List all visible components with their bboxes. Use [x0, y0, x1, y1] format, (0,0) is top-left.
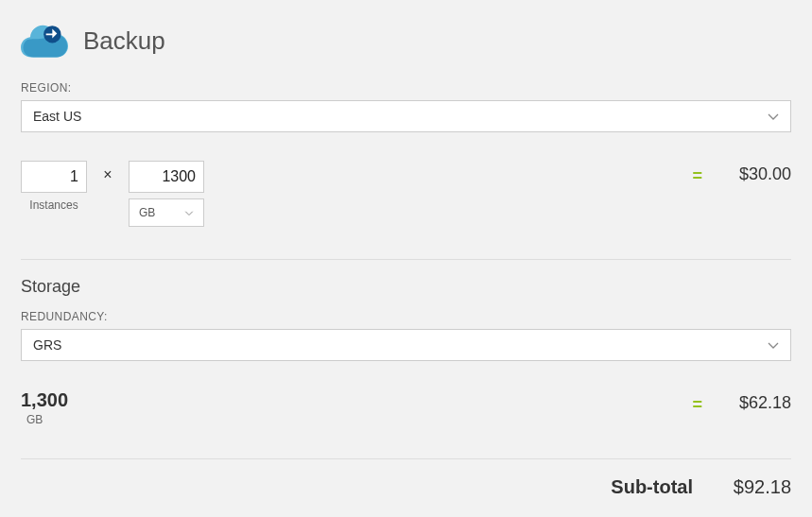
redundancy-value: GRS	[33, 337, 61, 353]
storage-title: Storage	[21, 277, 791, 297]
size-input[interactable]	[129, 161, 204, 193]
subtotal-value: $92.18	[725, 476, 791, 498]
calc-price: $30.00	[725, 161, 791, 184]
region-select[interactable]: East US	[21, 100, 791, 132]
divider	[21, 259, 791, 260]
redundancy-label: Redundancy:	[21, 310, 791, 323]
page-header: Backup	[21, 21, 791, 60]
chevron-down-icon	[768, 109, 779, 124]
instances-input[interactable]	[21, 161, 87, 193]
subtotal-label: Sub-total	[611, 476, 693, 498]
instances-label: Instances	[29, 198, 78, 212]
chevron-down-icon	[768, 337, 779, 353]
redundancy-select[interactable]: GRS	[21, 329, 791, 361]
calc-row: Instances × GB = $30.00	[21, 161, 791, 227]
storage-price: $62.18	[725, 389, 791, 413]
divider	[21, 458, 791, 459]
storage-unit: GB	[26, 413, 68, 426]
subtotal-row: Sub-total $92.18	[21, 476, 791, 498]
region-label: Region:	[21, 81, 791, 95]
equals-icon: =	[692, 389, 725, 415]
chevron-down-icon	[184, 206, 194, 219]
page-title: Backup	[83, 26, 165, 56]
storage-amount: 1,300	[21, 389, 68, 411]
equals-icon: =	[692, 161, 725, 186]
multiply-icon: ×	[87, 161, 129, 183]
storage-summary-row: 1,300 GB = $62.18	[21, 389, 791, 426]
backup-cloud-icon	[21, 21, 68, 60]
unit-value: GB	[139, 206, 155, 219]
region-value: East US	[33, 109, 81, 124]
unit-select[interactable]: GB	[129, 198, 204, 227]
